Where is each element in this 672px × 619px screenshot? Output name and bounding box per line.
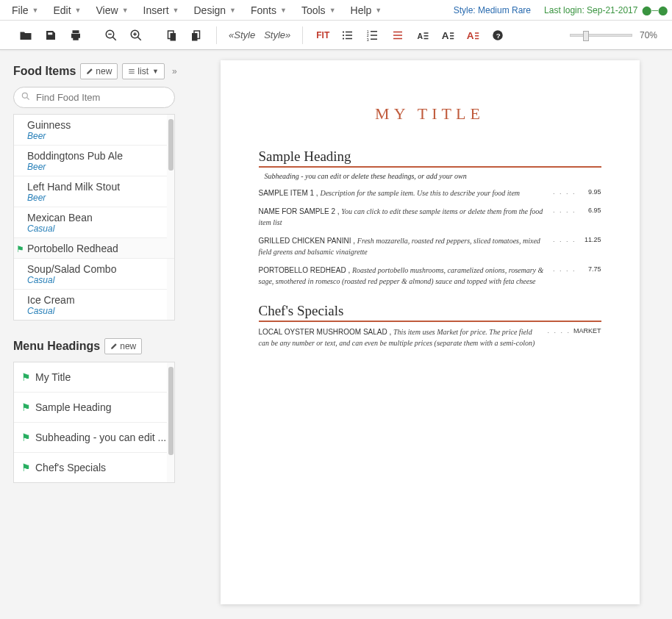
svg-rect-8 — [171, 33, 176, 41]
heading-item[interactable]: ⚑Sample Heading — [14, 393, 174, 423]
style-prev-button[interactable]: «Style — [226, 29, 258, 40]
food-item[interactable]: Boddingtons Pub AleBeer — [14, 146, 174, 176]
svg-text:A: A — [442, 30, 449, 41]
headings-list: ⚑My Title⚑Sample Heading⚑Subheading - yo… — [13, 362, 175, 483]
list-bullet-icon[interactable] — [337, 24, 359, 46]
search-icon — [21, 91, 31, 104]
text-size-small-icon[interactable]: A — [412, 24, 434, 46]
chevron-down-icon: ▼ — [173, 7, 179, 14]
document-page[interactable]: MY TITLE Sample HeadingSubheading - you … — [221, 60, 640, 604]
doc-item[interactable]: LOCAL OYSTER MUSHROOM SALAD , This item … — [259, 326, 601, 348]
doc-item-price: 9.95 — [579, 187, 601, 198]
doc-item-desc: Description for the sample item. Use thi… — [320, 189, 520, 197]
food-item-name: Mexican Bean — [27, 212, 161, 223]
search-input[interactable] — [13, 87, 175, 108]
svg-line-4 — [137, 37, 141, 40]
heading-new-button[interactable]: new — [104, 338, 142, 354]
zoom-out-icon[interactable] — [100, 24, 122, 46]
zoom-slider[interactable]: 70% — [570, 30, 657, 40]
scrollbar[interactable] — [167, 362, 174, 482]
heading-item-label: Subheading - you can edit ... — [35, 432, 166, 443]
heading-item[interactable]: ⚑My Title — [14, 362, 174, 393]
doc-item-name: SAMPLE ITEM 1 , — [259, 189, 321, 197]
doc-subheading[interactable]: Subheading - you can edit or delete thes… — [265, 172, 601, 180]
doc-title[interactable]: MY TITLE — [259, 104, 601, 124]
print-icon[interactable] — [65, 24, 87, 46]
canvas-area: MY TITLE Sample HeadingSubheading - you … — [187, 50, 672, 619]
login-status: Last login: Sep-21-2017 — [544, 5, 637, 15]
scrollbar[interactable] — [167, 115, 174, 320]
svg-rect-22 — [371, 38, 377, 40]
menu-insert[interactable]: Insert▼ — [136, 1, 187, 19]
price-leader-dots: . . . . — [550, 265, 579, 287]
svg-point-43 — [22, 93, 27, 98]
heading-item[interactable]: ⚑Subheading - you can edit ... — [14, 423, 174, 453]
sync-icon: ⬤─⬤ — [642, 5, 668, 15]
text-size-large-icon[interactable]: A — [437, 24, 459, 46]
doc-heading[interactable]: Chef's Specials — [259, 303, 601, 322]
doc-item[interactable]: PORTOBELLO REDHEAD , Roasted portobello … — [259, 265, 601, 287]
food-item[interactable]: Soup/Salad ComboCasual — [14, 259, 174, 290]
svg-text:?: ? — [496, 31, 501, 39]
chevron-down-icon: ▼ — [122, 7, 129, 14]
food-item-category: Casual — [27, 223, 161, 234]
list-number-icon[interactable]: 123 — [362, 24, 384, 46]
heading-item-label: My Title — [35, 371, 71, 383]
menu-tools[interactable]: Tools▼ — [294, 1, 343, 19]
slider-track[interactable] — [570, 34, 632, 37]
svg-text:3: 3 — [367, 37, 369, 41]
pin-icon: ⚑ — [21, 401, 31, 413]
food-item[interactable]: Left Hand Milk StoutBeer — [14, 176, 174, 207]
food-item[interactable]: GuinnessBeer — [14, 115, 174, 146]
doc-heading[interactable]: Sample Heading — [259, 149, 601, 168]
svg-point-11 — [343, 31, 344, 32]
style-status[interactable]: Style: Medium Rare — [454, 5, 531, 15]
slider-thumb[interactable] — [583, 31, 589, 41]
food-item[interactable]: Ice CreamCasual — [14, 290, 174, 320]
food-item[interactable]: ⚑Portobello Redhead — [14, 238, 174, 259]
expand-icon[interactable]: » — [169, 66, 180, 76]
svg-rect-36 — [475, 35, 479, 37]
svg-rect-18 — [371, 31, 377, 32]
svg-rect-41 — [129, 71, 135, 72]
svg-point-13 — [343, 34, 344, 35]
svg-rect-42 — [129, 73, 135, 74]
doc-item[interactable]: NAME FOR SAMPLE 2 , You can click to edi… — [259, 206, 601, 228]
heading-item[interactable]: ⚑Chef's Specials — [14, 453, 174, 482]
food-item-name: Ice Cream — [27, 294, 161, 306]
style-next-button[interactable]: Style» — [261, 29, 293, 40]
strikethrough-icon[interactable] — [387, 24, 409, 46]
svg-rect-23 — [393, 31, 402, 32]
doc-item[interactable]: SAMPLE ITEM 1 , Description for the samp… — [259, 187, 601, 198]
chevron-down-icon: ▼ — [375, 7, 382, 14]
zoom-in-icon[interactable] — [125, 24, 147, 46]
heading-item-label: Sample Heading — [35, 401, 112, 413]
price-leader-dots: . . . . — [550, 235, 579, 257]
menu-view[interactable]: View▼ — [89, 1, 136, 19]
svg-point-15 — [343, 37, 344, 39]
page-prev-icon[interactable] — [160, 24, 182, 46]
svg-line-1 — [112, 37, 116, 40]
menu-file[interactable]: File▼ — [4, 1, 46, 19]
food-new-button[interactable]: new — [80, 63, 118, 79]
food-item[interactable]: Mexican BeanCasual — [14, 207, 174, 238]
svg-rect-31 — [450, 32, 454, 34]
open-icon[interactable] — [15, 24, 37, 46]
price-leader-dots: . . . . — [550, 206, 579, 228]
menu-fonts[interactable]: Fonts▼ — [243, 1, 294, 19]
menu-edit[interactable]: Edit▼ — [46, 1, 88, 19]
doc-item[interactable]: GRILLED CHICKEN PANINI , Fresh mozzarell… — [259, 235, 601, 257]
help-icon[interactable]: ? — [487, 24, 509, 46]
chevron-down-icon: ▼ — [329, 7, 336, 14]
menu-design[interactable]: Design▼ — [186, 1, 243, 19]
save-icon[interactable] — [40, 24, 62, 46]
zoom-percent: 70% — [640, 30, 657, 40]
svg-rect-28 — [424, 35, 429, 37]
text-color-icon[interactable]: A — [462, 24, 484, 46]
menu-help[interactable]: Help▼ — [343, 1, 390, 19]
page-next-icon[interactable] — [185, 24, 207, 46]
food-list-button[interactable]: list▼ — [122, 63, 165, 79]
doc-item-price: MARKET — [573, 326, 601, 348]
pin-icon: ⚑ — [21, 371, 31, 383]
fit-button[interactable]: FIT — [312, 30, 334, 40]
